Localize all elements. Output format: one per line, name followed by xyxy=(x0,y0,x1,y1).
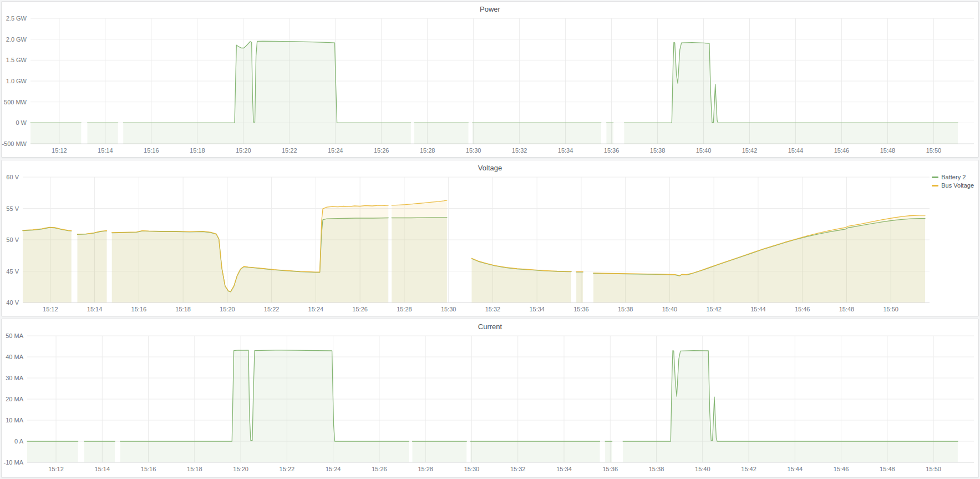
legend-item-bus-voltage[interactable]: Bus Voltage xyxy=(932,182,974,189)
y-tick-label: 50 V xyxy=(6,236,19,243)
x-tick-label: 15:12 xyxy=(52,147,67,154)
power-chart-svg: 2.5 GW2.0 GW1.5 GW1.0 GW500 MW0 W-500 MW… xyxy=(2,2,978,157)
x-tick-label: 15:12 xyxy=(43,306,58,312)
legend-dash-yellow-icon xyxy=(932,185,938,186)
y-tick-label: 30 MA xyxy=(6,375,23,381)
current-chart-svg: 50 MA40 MA30 MA20 MA10 MA0 A-10 MA15:121… xyxy=(2,319,978,477)
x-tick-label: 15:48 xyxy=(839,306,855,312)
x-tick-label: 15:50 xyxy=(926,147,942,154)
x-tick-label: 15:12 xyxy=(48,466,64,472)
x-tick-label: 15:28 xyxy=(420,147,435,154)
voltage-series-fill xyxy=(593,215,925,302)
voltage-chart-svg: 60 V55 V50 V45 V40 V15:1215:1415:1615:18… xyxy=(2,160,978,316)
y-tick-label: -10 MA xyxy=(4,459,24,466)
power-chart-area[interactable]: 2.5 GW2.0 GW1.5 GW1.0 GW500 MW0 W-500 MW… xyxy=(2,2,978,157)
x-tick-label: 15:20 xyxy=(233,466,248,472)
y-tick-label: 55 V xyxy=(6,205,19,212)
x-tick-label: 15:42 xyxy=(741,466,756,472)
current-series-fill xyxy=(413,441,467,462)
x-tick-label: 15:16 xyxy=(141,466,156,472)
y-tick-label: 0 A xyxy=(14,438,24,445)
power-series-fill xyxy=(31,123,81,144)
x-tick-label: 15:40 xyxy=(662,306,678,312)
x-tick-label: 15:22 xyxy=(280,466,295,472)
voltage-series-fill xyxy=(112,205,389,302)
voltage-chart-area[interactable]: 60 V55 V50 V45 V40 V15:1215:1415:1615:18… xyxy=(2,160,978,316)
x-tick-label: 15:40 xyxy=(696,147,712,154)
x-tick-label: 15:36 xyxy=(602,466,618,472)
current-series-fill xyxy=(27,441,78,462)
x-tick-label: 15:50 xyxy=(926,466,941,472)
x-tick-label: 15:26 xyxy=(372,466,387,472)
voltage-series-fill xyxy=(472,258,572,302)
x-tick-label: 15:42 xyxy=(706,306,722,312)
x-tick-label: 15:48 xyxy=(880,147,896,154)
y-tick-label: 500 MW xyxy=(4,99,27,105)
x-tick-label: 15:16 xyxy=(144,147,159,154)
x-tick-label: 15:36 xyxy=(573,306,589,312)
y-tick-label: 0 W xyxy=(16,119,27,126)
y-tick-label: -500 MW xyxy=(2,140,27,147)
panel-title-voltage[interactable]: Voltage xyxy=(2,164,978,172)
y-tick-label: 45 V xyxy=(6,268,19,275)
y-tick-label: 40 V xyxy=(6,299,19,306)
x-tick-label: 15:44 xyxy=(788,147,804,154)
current-chart-area[interactable]: 50 MA40 MA30 MA20 MA10 MA0 A-10 MA15:121… xyxy=(2,319,978,477)
y-tick-label: 40 MA xyxy=(6,354,23,360)
current-series-fill xyxy=(84,441,115,462)
y-tick-label: 1.0 GW xyxy=(6,78,27,84)
voltage-series-fill xyxy=(23,227,72,302)
x-tick-label: 15:46 xyxy=(795,306,810,312)
x-tick-label: 15:50 xyxy=(883,306,898,312)
x-tick-label: 15:30 xyxy=(466,147,481,154)
current-series-fill xyxy=(470,441,600,462)
legend-dash-green-icon xyxy=(932,177,938,178)
y-tick-label: 50 MA xyxy=(6,332,23,339)
x-tick-label: 15:22 xyxy=(282,147,297,154)
x-tick-label: 15:14 xyxy=(87,306,103,312)
x-tick-label: 15:20 xyxy=(236,147,251,154)
x-tick-label: 15:44 xyxy=(750,306,766,312)
y-tick-label: 2.5 GW xyxy=(6,15,27,22)
y-tick-label: 60 V xyxy=(6,174,19,180)
current-series-fill xyxy=(605,441,612,462)
x-tick-label: 15:20 xyxy=(220,306,235,312)
x-tick-label: 15:24 xyxy=(308,306,324,312)
power-series-fill xyxy=(88,123,118,144)
y-tick-label: 20 MA xyxy=(6,396,23,402)
x-tick-label: 15:32 xyxy=(510,466,526,472)
panel-title-current[interactable]: Current xyxy=(2,322,978,331)
voltage-series-fill xyxy=(576,272,583,302)
x-tick-label: 15:36 xyxy=(604,147,620,154)
legend-label-battery-2: Battery 2 xyxy=(941,174,966,180)
x-tick-label: 15:30 xyxy=(441,306,456,312)
power-series-fill xyxy=(414,123,469,144)
x-tick-label: 15:26 xyxy=(352,306,368,312)
y-tick-label: 1.5 GW xyxy=(6,57,27,63)
x-tick-label: 15:16 xyxy=(131,306,147,312)
x-tick-label: 15:48 xyxy=(880,466,895,472)
voltage-series-fill xyxy=(78,231,107,302)
x-tick-label: 15:28 xyxy=(397,306,412,312)
current-series-fill xyxy=(623,351,958,462)
voltage-legend: Battery 2 Bus Voltage xyxy=(932,174,974,189)
legend-item-battery-2[interactable]: Battery 2 xyxy=(932,174,974,180)
legend-label-bus-voltage: Bus Voltage xyxy=(941,182,974,189)
panel-current: Current 50 MA40 MA30 MA20 MA10 MA0 A-10 … xyxy=(1,319,979,478)
x-tick-label: 15:30 xyxy=(464,466,480,472)
x-tick-label: 15:24 xyxy=(328,147,343,154)
x-tick-label: 15:34 xyxy=(529,306,545,312)
x-tick-label: 15:46 xyxy=(834,147,850,154)
x-tick-label: 15:28 xyxy=(418,466,433,472)
current-series-fill xyxy=(120,350,409,462)
x-tick-label: 15:38 xyxy=(618,306,633,312)
x-tick-label: 15:32 xyxy=(512,147,527,154)
y-tick-label: 2.0 GW xyxy=(6,36,27,43)
x-tick-label: 15:44 xyxy=(788,466,803,472)
power-series-fill xyxy=(606,123,613,144)
x-tick-label: 15:34 xyxy=(556,466,572,472)
x-tick-label: 15:18 xyxy=(190,147,205,154)
voltage-series-fill xyxy=(392,200,447,302)
panel-title-power[interactable]: Power xyxy=(2,5,978,13)
power-series-fill xyxy=(473,123,601,144)
